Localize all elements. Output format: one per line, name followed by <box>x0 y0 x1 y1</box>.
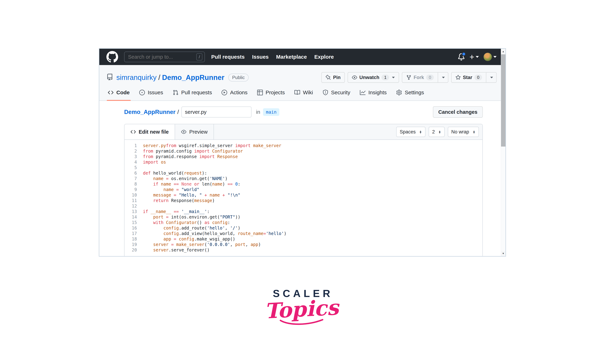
code-line[interactable]: 16 config.add_route('hello', '/') <box>125 225 482 231</box>
code-text[interactable]: name = os.environ.get('NAME') <box>143 176 228 181</box>
code-line[interactable]: 20 server.serve_forever() <box>125 247 482 253</box>
github-logo-icon[interactable] <box>106 51 118 63</box>
code-text[interactable]: message = "Hello, " + name + "!\n" <box>143 192 240 198</box>
scrollbar-thumb[interactable] <box>501 55 505 147</box>
code-text[interactable]: app = config.make_wsgi_app() <box>143 236 235 242</box>
fork-dropdown-button[interactable] <box>438 72 448 83</box>
search-box[interactable]: / <box>124 52 205 62</box>
tab-insights[interactable]: Insights <box>356 87 390 100</box>
indent-mode-select[interactable]: Spaces ▲▼ <box>396 127 426 137</box>
user-menu[interactable] <box>484 53 497 61</box>
line-number: 18 <box>125 236 143 242</box>
window-scrollbar[interactable]: ▲ ▼ <box>501 49 505 256</box>
code-text[interactable]: port = int(os.environ.get("PORT")) <box>143 214 240 220</box>
main-content: Demo_AppRunner / in main Cancel changes … <box>99 101 501 256</box>
line-number: 1 <box>125 143 143 148</box>
tab-preview[interactable]: Preview <box>175 124 214 140</box>
nav-pull-requests[interactable]: Pull requests <box>211 54 244 60</box>
tab-projects[interactable]: Projects <box>254 87 288 100</box>
tab-wiki[interactable]: Wiki <box>291 87 317 100</box>
scroll-up-icon[interactable]: ▲ <box>501 49 505 54</box>
tab-code[interactable]: Code <box>104 87 133 100</box>
preview-tab-label: Preview <box>189 129 208 135</box>
wrap-mode-select[interactable]: No wrap ▲▼ <box>448 127 479 137</box>
code-text[interactable]: return Response(message) <box>143 198 215 203</box>
tab-actions[interactable]: Actions <box>218 87 251 100</box>
code-line[interactable]: 14 port = int(os.environ.get("PORT")) <box>125 214 482 220</box>
tab-security[interactable]: Security <box>319 87 354 100</box>
code-text[interactable]: name = "world" <box>143 187 199 192</box>
eye-icon <box>352 75 357 80</box>
code-text[interactable]: server.pyfrom wsgiref.simple_server impo… <box>143 143 281 148</box>
code-line[interactable]: 8 if name == None or len(name) == 0: <box>125 181 482 187</box>
nav-issues[interactable]: Issues <box>252 54 268 60</box>
code-line[interactable]: 13if __name__ == '__main__': <box>125 209 482 214</box>
unwatch-button[interactable]: Unwatch 1 <box>348 72 399 83</box>
repo-name-link[interactable]: Demo_AppRunner <box>162 74 224 81</box>
file-editor: Edit new file Preview Spaces ▲▼ 2 <box>124 124 483 256</box>
create-new-menu[interactable]: + <box>469 53 479 61</box>
breadcrumb-repo-link[interactable]: Demo_AppRunner <box>124 109 175 115</box>
star-dropdown-button[interactable] <box>486 72 497 83</box>
fork-button[interactable]: Fork 0 <box>402 72 438 83</box>
tab-label: Code <box>116 89 130 96</box>
code-text[interactable]: config.add_route('hello', '/') <box>143 225 240 231</box>
cancel-changes-button[interactable]: Cancel changes <box>433 106 483 118</box>
pin-button[interactable]: Pin <box>321 72 345 83</box>
code-text[interactable]: config.add_view(hello_world, route_name=… <box>143 231 286 236</box>
header-right: + <box>458 53 497 61</box>
notifications-bell-icon[interactable] <box>458 53 465 60</box>
code-line[interactable]: 17 config.add_view(hello_world, route_na… <box>125 231 482 236</box>
tab-edit-new-file[interactable]: Edit new file <box>125 124 175 140</box>
filename-input[interactable] <box>181 107 252 118</box>
code-line[interactable]: 3from pyramid.response import Response <box>125 154 482 159</box>
code-line[interactable]: 1server.pyfrom wsgiref.simple_server imp… <box>125 143 482 148</box>
code-text[interactable]: from pyramid.config import Configurator <box>143 148 243 154</box>
triangle-down-icon <box>392 77 395 78</box>
tab-settings[interactable]: Settings <box>393 87 428 100</box>
eye-icon <box>181 129 186 134</box>
code-line[interactable]: 7 name = os.environ.get('NAME') <box>125 176 482 181</box>
code-line[interactable]: 19 server = make_server('0.0.0.0', port,… <box>125 242 482 247</box>
star-count: 0 <box>475 75 482 80</box>
tab-issues[interactable]: Issues <box>136 87 167 100</box>
code-text[interactable]: import os <box>143 159 166 165</box>
breadcrumb-separator: / <box>175 109 181 115</box>
nav-explore[interactable]: Explore <box>314 54 334 60</box>
code-line[interactable]: 4import os <box>125 159 482 165</box>
scroll-down-icon[interactable]: ▼ <box>501 251 505 256</box>
tab-label: Pull requests <box>181 89 212 96</box>
repo-icon <box>106 74 113 81</box>
tab-label: Insights <box>368 89 387 96</box>
star-button[interactable]: Star 0 <box>451 72 486 83</box>
code-line[interactable]: 6def hello_world(request): <box>125 170 482 176</box>
branch-badge[interactable]: main <box>263 108 279 116</box>
triangle-down-icon <box>442 77 445 78</box>
browser-window: / Pull requests Issues Marketplace Explo… <box>99 48 506 257</box>
code-line[interactable]: 15 with Configurator() as config: <box>125 220 482 225</box>
code-text[interactable]: server = make_server('0.0.0.0', port, ap… <box>143 242 261 247</box>
code-line[interactable]: 11 return Response(message) <box>125 198 482 203</box>
code-line[interactable]: 2from pyramid.config import Configurator <box>125 148 482 154</box>
nav-marketplace[interactable]: Marketplace <box>276 54 307 60</box>
repo-owner-link[interactable]: simranquirky <box>116 74 157 81</box>
code-text[interactable]: if __name__ == '__main__': <box>143 209 210 214</box>
code-text[interactable]: with Configurator() as config: <box>143 220 230 225</box>
code-text[interactable]: from pyramid.response import Response <box>143 154 238 159</box>
code-text[interactable]: def hello_world(request): <box>143 170 207 176</box>
code-line[interactable]: 12 <box>125 203 482 209</box>
search-input[interactable] <box>128 54 196 60</box>
tab-pull-requests[interactable]: Pull requests <box>169 87 216 100</box>
code-line[interactable]: 9 name = "world" <box>125 187 482 192</box>
code-lines[interactable]: 1server.pyfrom wsgiref.simple_server imp… <box>125 140 482 256</box>
code-line[interactable]: 5 <box>125 165 482 170</box>
code-text[interactable]: server.serve_forever() <box>143 247 210 253</box>
fork-icon <box>406 75 411 80</box>
code-line[interactable]: 18 app = config.make_wsgi_app() <box>125 236 482 242</box>
code-line[interactable]: 10 message = "Hello, " + name + "!\n" <box>125 192 482 198</box>
star-label: Star <box>463 75 472 80</box>
github-page: / Pull requests Issues Marketplace Explo… <box>99 49 501 256</box>
edit-tab-label: Edit new file <box>139 129 169 135</box>
indent-size-select[interactable]: 2 ▲▼ <box>429 127 445 137</box>
code-text[interactable]: if name == None or len(name) == 0: <box>143 181 240 187</box>
